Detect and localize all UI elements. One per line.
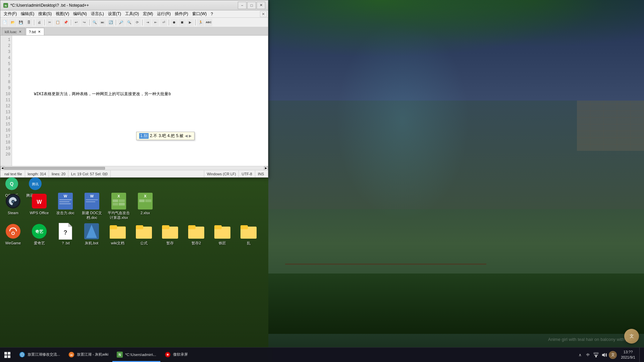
editor-content[interactable]: WIKI表格更新方法，两种表格，一种网页上的可以直接更改，另一种大批量b 1.别…: [12, 36, 268, 166]
desktop-icon-wiki-folder[interactable]: wiki文档: [105, 221, 131, 247]
toolbar-open[interactable]: 📂: [9, 19, 16, 26]
minimize-button[interactable]: −: [238, 2, 247, 9]
autocomplete-item-2[interactable]: 2.不: [150, 133, 157, 139]
toolbar-cut[interactable]: ✂: [46, 19, 53, 26]
menu-plugins[interactable]: 插件(P): [173, 10, 190, 17]
desktop-icon-luan-folder[interactable]: 乱: [235, 221, 262, 247]
menu-window[interactable]: 窗口(W): [190, 10, 209, 17]
toolbar-new[interactable]: 📄: [1, 19, 8, 26]
menu-language[interactable]: 语言(L): [89, 10, 106, 17]
toolbar-zoom-out[interactable]: 🔍: [125, 19, 133, 26]
toolbar-save[interactable]: 💾: [17, 19, 24, 26]
toolbar-zoom-in[interactable]: 🔎: [117, 19, 125, 26]
taskbar-item-browser[interactable]: 放置江湖修改交流...: [15, 348, 64, 362]
close-tab-x[interactable]: ✕: [260, 11, 267, 17]
tab-close-txt[interactable]: ✕: [37, 30, 41, 34]
toolbar-run[interactable]: 🏃: [197, 19, 204, 26]
scroll-thumb[interactable]: [4, 167, 105, 170]
show-desktop-button[interactable]: [639, 348, 641, 362]
menu-help[interactable]: ?: [209, 11, 215, 17]
svg-text:N: N: [5, 4, 7, 7]
wps-icon: W: [31, 193, 47, 209]
desktop-icon-avg-hp[interactable]: X 平均气血攻击计算器.xlsx: [105, 191, 132, 222]
toolbar-find-next[interactable]: ⏭: [99, 19, 106, 26]
maximize-button[interactable]: □: [247, 2, 256, 9]
menu-edit[interactable]: 编辑(E): [19, 10, 36, 17]
tray-ime-icon[interactable]: 中: [585, 352, 591, 358]
toolbar-print[interactable]: 🖨: [36, 19, 43, 26]
svg-rect-44: [136, 225, 143, 229]
tab-question-txt[interactable]: ?.txt ✕: [26, 28, 44, 35]
toolbar-play[interactable]: ▶: [186, 19, 194, 26]
2xlsx-label: 2.xlsx: [141, 210, 150, 215]
autocomplete-item-1[interactable]: 1.别: [139, 133, 149, 139]
scroll-left[interactable]: ◀: [0, 166, 4, 170]
scroll-right[interactable]: ▶: [264, 166, 268, 170]
desktop-icon-steam[interactable]: Steam: [0, 191, 26, 217]
autocomplete-popup[interactable]: 1.别 2.不 3.吧 4.把 5.被 ◀ ▶: [136, 132, 195, 140]
menu-file[interactable]: 文件(F): [2, 10, 19, 17]
formula-folder-icon: [136, 223, 152, 239]
svg-rect-29: [145, 199, 151, 202]
tray-clock[interactable]: 13:?? 2021/9/1: [618, 350, 638, 360]
toolbar-record[interactable]: ⏺: [170, 19, 178, 26]
desktop-icon-temp-folder[interactable]: 暂存: [157, 221, 183, 247]
menu-run[interactable]: 运行(R): [155, 10, 173, 17]
taskbar-item-notepad[interactable]: N *C:\Users\admin\...: [112, 348, 160, 362]
tray-input-icon[interactable]: 文: [609, 351, 617, 359]
line-3: [15, 49, 265, 55]
taskbar-active-indicator: [112, 361, 160, 362]
close-button[interactable]: ✕: [257, 2, 265, 9]
toolbar-indent[interactable]: ⇥: [144, 19, 151, 26]
menu-settings[interactable]: 设置(T): [106, 10, 123, 17]
toolbar-save-all[interactable]: 🗄: [25, 19, 33, 26]
desktop-icon-new-doc[interactable]: W 新建 DOC文档.doc: [78, 191, 105, 222]
scroll-track[interactable]: [4, 167, 264, 170]
toolbar-redo[interactable]: ↪: [80, 19, 88, 26]
autocomplete-item-4[interactable]: 4.把: [167, 133, 175, 139]
menu-tools[interactable]: 工具(O): [123, 10, 141, 17]
toolbar-wrap[interactable]: ⏎: [160, 19, 167, 26]
toolbar-replace[interactable]: 🔄: [107, 19, 114, 26]
status-encoding: UTF-8: [239, 170, 255, 177]
tray-network-icon[interactable]: [593, 352, 599, 358]
menu-encode[interactable]: 编码(N): [71, 10, 89, 17]
toolbar-find[interactable]: 🔍: [91, 19, 98, 26]
tab-close-kill[interactable]: ✕: [18, 30, 22, 34]
toolbar-sync[interactable]: ⟳: [133, 19, 141, 26]
menu-search[interactable]: 搜索(S): [36, 10, 54, 17]
toolbar-paste[interactable]: 📌: [62, 19, 69, 26]
desktop-icon-tiejiang-folder[interactable]: 铁匠: [209, 221, 235, 247]
ime-corner-button[interactable]: 文: [624, 329, 639, 344]
autocomplete-nav-left[interactable]: ◀: [185, 134, 187, 138]
scrollbar-horizontal[interactable]: ◀ ▶: [0, 166, 268, 170]
desktop-icon-wegame[interactable]: WeGame: [0, 221, 26, 247]
menu-view[interactable]: 视图(V): [54, 10, 71, 17]
tray-expand-icon[interactable]: ∧: [577, 352, 583, 358]
autocomplete-nav-right[interactable]: ▶: [189, 134, 192, 138]
start-button[interactable]: [0, 348, 15, 362]
tab-kill-luac[interactable]: kill.luac ✕: [2, 28, 25, 35]
toolbar-abc[interactable]: ABC: [205, 19, 212, 26]
toolbar-undo[interactable]: ↩: [72, 19, 80, 26]
menu-macro[interactable]: 宏(M): [141, 10, 155, 17]
taskbar-item-recorder[interactable]: 傲软录屏: [160, 348, 192, 362]
taskbar-item-wiki[interactable]: W 放置江湖 - 灰机wiki: [64, 348, 112, 362]
autocomplete-item-3[interactable]: 3.吧: [159, 133, 166, 139]
desktop-icon-question-txt[interactable]: ? ？.txt: [52, 221, 78, 247]
desktop-icon-grey-bot[interactable]: 灰机.bot: [78, 221, 105, 247]
tray-volume-icon[interactable]: [601, 352, 607, 358]
desktop-icon-wps[interactable]: W WPS Office: [26, 191, 52, 217]
toolbar-outdent[interactable]: ⇤: [152, 19, 159, 26]
taskbar-notepad-icon: N: [116, 351, 123, 358]
line-numbers: 1 2 3 4 5 6 7 8 9 10 11 12 13 14 15 16 1…: [0, 36, 12, 166]
desktop-icon-formula-folder[interactable]: 公式: [131, 221, 157, 247]
desktop-icon-2xlsx[interactable]: X 2.xlsx: [132, 191, 158, 217]
line-19: [15, 145, 265, 152]
autocomplete-item-5[interactable]: 5.被: [176, 133, 183, 139]
desktop-icon-attack-doc[interactable]: W 攻击力.doc: [52, 191, 78, 217]
toolbar-copy[interactable]: 📋: [54, 19, 61, 26]
desktop-icon-iqiyi[interactable]: 奇艺 爱奇艺: [26, 221, 52, 247]
desktop-icon-temp2-folder[interactable]: 暂存2: [183, 221, 209, 247]
toolbar-stop[interactable]: ⏹: [178, 19, 186, 26]
